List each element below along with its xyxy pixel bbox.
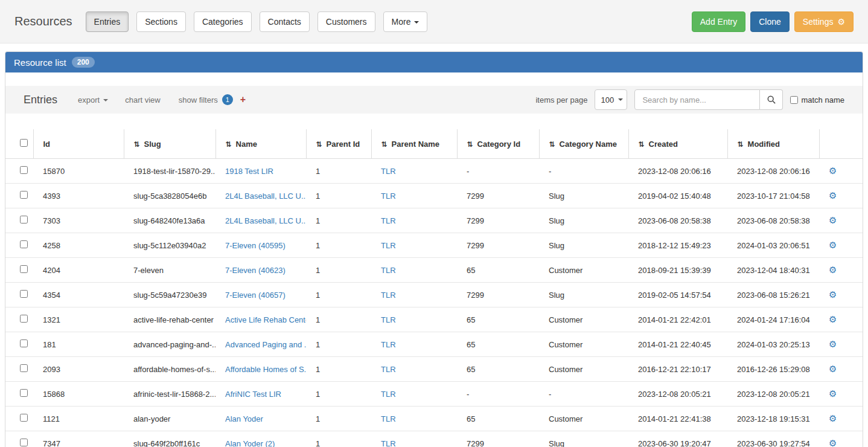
cell-category-name: - — [539, 382, 628, 407]
row-settings-gear-icon[interactable]: ⚙ — [829, 388, 837, 399]
row-settings-gear-icon[interactable]: ⚙ — [829, 438, 837, 447]
column-header-name[interactable]: ⇅Name — [215, 129, 306, 159]
row-settings-gear-icon[interactable]: ⚙ — [829, 339, 837, 349]
sort-icon[interactable]: ⇅ — [381, 140, 388, 149]
column-header-parent-name[interactable]: ⇅Parent Name — [371, 129, 457, 159]
row-select-checkbox[interactable] — [20, 191, 28, 199]
sort-icon[interactable]: ⇅ — [639, 140, 645, 149]
sort-icon[interactable]: ⇅ — [316, 140, 322, 149]
sort-icon[interactable]: ⇅ — [738, 140, 744, 149]
table-toolbar: Entries export chart view show filters1 … — [5, 86, 863, 114]
row-settings-gear-icon[interactable]: ⚙ — [829, 166, 837, 176]
parent-name-link[interactable]: TLR — [381, 191, 396, 201]
settings-button[interactable]: Settings⚙ — [794, 11, 854, 32]
export-dropdown[interactable]: export — [78, 95, 108, 105]
cell-id: 1321 — [33, 307, 124, 332]
column-header-created[interactable]: ⇅Created — [628, 129, 727, 159]
row-settings-gear-icon[interactable]: ⚙ — [829, 364, 837, 374]
row-settings-gear-icon[interactable]: ⚙ — [829, 240, 837, 250]
cell-category-id: 7299 — [457, 431, 539, 447]
row-settings-gear-icon[interactable]: ⚙ — [829, 413, 837, 423]
column-header-modified[interactable]: ⇅Modified — [727, 129, 819, 159]
parent-name-link[interactable]: TLR — [381, 340, 396, 349]
parent-name-link[interactable]: TLR — [381, 291, 396, 300]
name-link[interactable]: 7-Eleven (40657) — [225, 291, 286, 300]
nav-customers-button[interactable]: Customers — [318, 11, 375, 32]
cell-name: 1918 Test LIR — [215, 159, 306, 184]
sort-icon[interactable]: ⇅ — [549, 140, 555, 149]
name-link[interactable]: 7-Eleven (40595) — [225, 241, 286, 250]
row-select-checkbox[interactable] — [20, 414, 28, 422]
parent-name-link[interactable]: TLR — [381, 365, 396, 374]
name-link[interactable]: 2L4L Baseball, LLC U... — [225, 216, 306, 225]
row-settings-gear-icon[interactable]: ⚙ — [829, 289, 837, 300]
row-select-checkbox[interactable] — [20, 290, 28, 298]
cell-id: 4354 — [33, 283, 124, 307]
name-link[interactable]: Advanced Paging and ... — [225, 340, 306, 349]
name-link[interactable]: Affordable Homes of S... — [225, 365, 306, 374]
cell-parent-id: 1 — [306, 159, 371, 184]
match-name-checkbox[interactable] — [790, 96, 798, 104]
parent-name-link[interactable]: TLR — [381, 315, 396, 324]
parent-name-link[interactable]: TLR — [381, 390, 396, 399]
column-label: Category Id — [477, 140, 521, 149]
name-link[interactable]: Active Life Rehab Center — [225, 315, 306, 324]
parent-name-link[interactable]: TLR — [381, 216, 396, 225]
column-header-parent-id[interactable]: ⇅Parent Id — [306, 129, 371, 159]
parent-name-link[interactable]: TLR — [381, 414, 396, 423]
cell-category-id: 65 — [457, 332, 539, 357]
name-link[interactable]: AfriNIC Test LIR — [225, 390, 281, 399]
column-header-category-id[interactable]: ⇅Category Id — [457, 129, 539, 159]
chart-view-link[interactable]: chart view — [125, 95, 161, 105]
nav-categories-button[interactable]: Categories — [194, 11, 252, 32]
column-header-category-name[interactable]: ⇅Category Name — [539, 129, 628, 159]
show-filters-link[interactable]: show filters1 — [179, 94, 233, 105]
match-name-toggle[interactable]: match name — [790, 95, 844, 105]
sort-icon[interactable]: ⇅ — [226, 140, 232, 149]
name-link[interactable]: Alan Yoder (2) — [225, 439, 275, 447]
name-link[interactable]: 2L4L Baseball, LLC U... — [225, 191, 306, 201]
sort-icon[interactable]: ⇅ — [467, 140, 473, 149]
row-select-checkbox[interactable] — [20, 265, 28, 273]
add-filter-button[interactable]: + — [240, 94, 246, 105]
cell-slug: alan-yoder — [124, 407, 215, 431]
cell-created: 2023-12-08 20:06:16 — [628, 159, 727, 184]
nav-more-dropdown[interactable]: More — [383, 11, 428, 32]
cell-modified: 2023-12-08 20:06:16 — [727, 159, 819, 184]
action-buttons: Add Entry Clone Settings⚙ — [692, 11, 854, 32]
cell-name: Affordable Homes of S... — [215, 357, 306, 382]
name-link[interactable]: Alan Yoder — [225, 414, 263, 423]
clone-button[interactable]: Clone — [750, 11, 790, 32]
search-button[interactable] — [760, 89, 783, 110]
parent-name-link[interactable]: TLR — [381, 241, 396, 250]
add-entry-button[interactable]: Add Entry — [692, 11, 745, 32]
name-link[interactable]: 1918 Test LIR — [225, 167, 273, 176]
row-settings-gear-icon[interactable]: ⚙ — [829, 215, 837, 225]
nav-entries-button[interactable]: Entries — [86, 11, 129, 32]
sort-icon[interactable]: ⇅ — [134, 140, 140, 149]
items-per-page-select[interactable]: 100 — [595, 89, 627, 110]
select-all-checkbox[interactable] — [20, 139, 28, 147]
parent-name-link[interactable]: TLR — [381, 167, 396, 176]
search-input[interactable] — [634, 89, 760, 110]
resource-list-panel: Resource list 200 Entries export chart v… — [5, 51, 863, 447]
row-settings-gear-icon[interactable]: ⚙ — [829, 265, 837, 275]
row-select-checkbox[interactable] — [20, 339, 28, 347]
row-select-checkbox[interactable] — [20, 166, 28, 174]
name-link[interactable]: 7-Eleven (40623) — [225, 266, 286, 275]
row-select-checkbox[interactable] — [20, 439, 28, 446]
column-header-slug[interactable]: ⇅Slug — [124, 129, 215, 159]
row-select-checkbox[interactable] — [20, 240, 28, 248]
row-select-checkbox[interactable] — [20, 364, 28, 372]
cell-slug: slug-5c59a47230e39 — [124, 283, 215, 307]
row-select-checkbox[interactable] — [20, 389, 28, 397]
nav-contacts-button[interactable]: Contacts — [260, 11, 310, 32]
parent-name-link[interactable]: TLR — [381, 439, 396, 447]
parent-name-link[interactable]: TLR — [381, 266, 396, 275]
row-select-checkbox[interactable] — [20, 216, 28, 224]
row-settings-gear-icon[interactable]: ⚙ — [829, 190, 837, 201]
row-select-checkbox[interactable] — [20, 315, 28, 323]
nav-sections-button[interactable]: Sections — [136, 11, 186, 32]
row-settings-gear-icon[interactable]: ⚙ — [829, 314, 837, 324]
cell-category-name: Customer — [539, 357, 628, 382]
